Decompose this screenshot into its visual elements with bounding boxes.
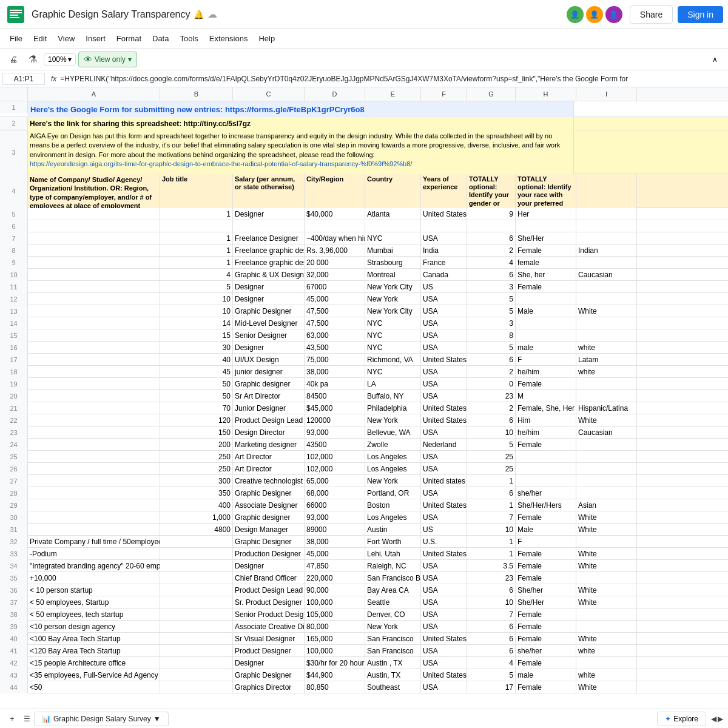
cell-B16[interactable]: 30 [160, 342, 233, 354]
cell-C14[interactable]: Mid-Level Designer [233, 317, 305, 329]
cell-B8[interactable]: 1 [160, 244, 233, 257]
cell-B25[interactable]: 250 [160, 451, 233, 463]
cell-G13[interactable]: 5 [467, 305, 516, 317]
cell-D13[interactable]: 47,500 [305, 305, 365, 317]
cell-E7[interactable]: NYC [365, 232, 421, 244]
cell-D14[interactable]: 47,500 [305, 317, 365, 329]
cell-B37[interactable] [160, 596, 233, 608]
cell-H11[interactable]: Female [516, 281, 576, 293]
cell-G38[interactable]: 7 [467, 608, 516, 621]
cell-A34[interactable]: "Integrated branding agency" 20-60 emplo… [28, 560, 160, 572]
col-header-B[interactable]: B [160, 87, 233, 101]
cell-A25[interactable] [28, 451, 160, 463]
cell-A22[interactable] [28, 414, 160, 426]
cell-I11[interactable] [576, 281, 637, 293]
cell-I33[interactable]: White [576, 548, 637, 560]
paint-format-icon[interactable]: ⚗ [24, 51, 41, 68]
header-col-D[interactable]: City/Region [305, 174, 365, 208]
cell-F34[interactable]: USA [421, 560, 467, 572]
menu-view[interactable]: View [53, 32, 79, 46]
cell-G11[interactable]: 3 [467, 281, 516, 293]
cell-A3[interactable]: AIGA Eye on Design has put this form and… [28, 130, 574, 174]
cell-D35[interactable]: 220,000 [305, 572, 365, 584]
cell-D29[interactable]: 66000 [305, 499, 365, 511]
cell-reference-input[interactable] [2, 73, 45, 85]
cell-A37[interactable]: < 50 employees, Startup [28, 596, 160, 608]
cell-D27[interactable]: 65,000 [305, 475, 365, 487]
cell-B30[interactable]: 1,000 [160, 511, 233, 524]
cell-C37[interactable]: Sr. Product Designer [233, 596, 305, 608]
cell-B23[interactable]: 150 [160, 426, 233, 439]
cell-E30[interactable]: Los Angeles [365, 511, 421, 524]
cell-I27[interactable] [576, 475, 637, 487]
cell-A43[interactable]: <35 employees, Full-Service Ad Agency [28, 669, 160, 681]
cell-B43[interactable] [160, 669, 233, 681]
cell-I10[interactable]: Caucasian [576, 269, 637, 281]
cell-I5[interactable] [576, 208, 637, 220]
cell-G43[interactable]: 5 [467, 669, 516, 681]
cell-A23[interactable] [28, 426, 160, 439]
cell-H42[interactable]: Female [516, 657, 576, 669]
cell-H38[interactable]: Female [516, 608, 576, 621]
cell-E35[interactable]: San Francisco Bay Ar [365, 572, 421, 584]
cell-F24[interactable]: Nederland [421, 439, 467, 451]
cell-A10[interactable] [28, 269, 160, 281]
cell-F20[interactable]: USA [421, 390, 467, 402]
cell-C9[interactable]: Freelance graphic designer/illust [233, 257, 305, 269]
explore-button[interactable]: ✦ Explore [657, 712, 706, 726]
cell-G37[interactable]: 10 [467, 596, 516, 608]
cell-G39[interactable]: 6 [467, 621, 516, 633]
cell-C40[interactable]: Sr Visual Designer [233, 633, 305, 645]
cell-H37[interactable]: She/Her [516, 596, 576, 608]
cell-E29[interactable]: Boston [365, 499, 421, 511]
cell-F33[interactable]: United States [421, 548, 467, 560]
cell-E25[interactable]: Los Angeles [365, 451, 421, 463]
cell-D22[interactable]: 120000 [305, 414, 365, 426]
cell-C36[interactable]: Product Design Lead [233, 584, 305, 596]
cell-I9[interactable] [576, 257, 637, 269]
cell-F31[interactable]: US [421, 524, 467, 536]
cell-B42[interactable] [160, 657, 233, 669]
cell-C22[interactable]: Product Design Lead [233, 414, 305, 426]
cell-E31[interactable]: Austin [365, 524, 421, 536]
cell-G27[interactable]: 1 [467, 475, 516, 487]
cell-I31[interactable]: White [576, 524, 637, 536]
cell-B19[interactable]: 50 [160, 378, 233, 390]
cell-H26[interactable] [516, 463, 576, 475]
cell-D10[interactable]: 32,000 [305, 269, 365, 281]
cell-C25[interactable]: Art Director [233, 451, 305, 463]
cell-A38[interactable]: < 50 employees, tech startup [28, 608, 160, 621]
cell-G33[interactable]: 1 [467, 548, 516, 560]
cell-B28[interactable]: 350 [160, 487, 233, 499]
cell-H41[interactable]: she/her [516, 645, 576, 657]
cell-H24[interactable]: Female [516, 439, 576, 451]
cell-B11[interactable]: 5 [160, 281, 233, 293]
header-col-A[interactable]: Name of Company/ Studio/ Agency/ Organiz… [28, 174, 160, 208]
cell-C26[interactable]: Art Director [233, 463, 305, 475]
cell-D19[interactable]: 40k pa [305, 378, 365, 390]
cell-B31[interactable]: 4800 [160, 524, 233, 536]
header-col-C[interactable]: Salary (per annum, or state otherwise) [233, 174, 305, 208]
cell-G10[interactable]: 6 [467, 269, 516, 281]
cell-E28[interactable]: Portland, OR [365, 487, 421, 499]
cell-C23[interactable]: Design Director [233, 426, 305, 439]
cell-F9[interactable]: France [421, 257, 467, 269]
cell-A13[interactable] [28, 305, 160, 317]
sheets-menu-button[interactable]: ☰ [19, 712, 34, 726]
cell-A40[interactable]: <100 Bay Area Tech Startup [28, 633, 160, 645]
cell-B29[interactable]: 400 [160, 499, 233, 511]
cell-D23[interactable]: 93,000 [305, 426, 365, 439]
cell-I23[interactable]: Caucasian [576, 426, 637, 439]
cell-G12[interactable]: 5 [467, 293, 516, 305]
cell-A26[interactable] [28, 463, 160, 475]
cell-G7[interactable]: 6 [467, 232, 516, 244]
cell-G32[interactable]: 1 [467, 536, 516, 548]
cell-E38[interactable]: Denver, CO [365, 608, 421, 621]
menu-insert[interactable]: Insert [81, 32, 110, 46]
cell-A11[interactable] [28, 281, 160, 293]
menu-data[interactable]: Data [147, 32, 174, 46]
cell-D30[interactable]: 93,000 [305, 511, 365, 524]
cell-I43[interactable]: white [576, 669, 637, 681]
cell-E32[interactable]: Fort Worth [365, 536, 421, 548]
cell-F38[interactable]: USA [421, 608, 467, 621]
